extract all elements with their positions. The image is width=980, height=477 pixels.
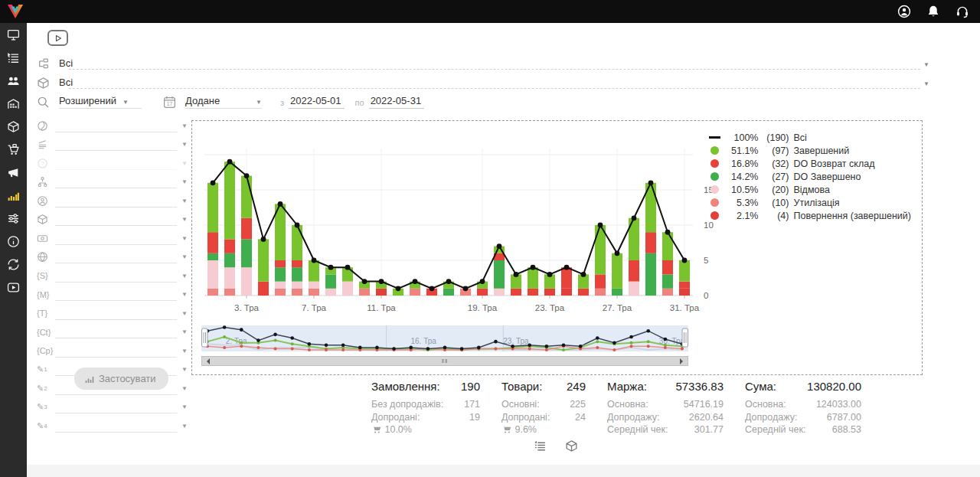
filter-caret-icon[interactable]: ▼ <box>181 310 188 317</box>
filter-input-underline[interactable] <box>55 307 177 320</box>
globe-icon <box>37 251 55 263</box>
sitemap-icon <box>37 176 55 188</box>
filter-input-underline[interactable] <box>55 213 177 226</box>
date-field-select[interactable]: Додане ▼ <box>185 95 262 109</box>
date-from-input[interactable]: 2022-05-01 <box>289 95 345 109</box>
search-mode-value: Розширений <box>59 95 116 108</box>
filter-caret-icon[interactable]: ▼ <box>181 198 188 204</box>
stat-sub-row: Середній чек:688.53 <box>745 423 861 436</box>
filter-caret-icon[interactable]: ▼ <box>181 328 188 335</box>
app-logo[interactable] <box>6 2 24 21</box>
product-caret-icon[interactable]: ▼ <box>923 80 929 87</box>
user-account-icon[interactable] <box>897 5 911 18</box>
sidebar-item-video-tutorials[interactable] <box>0 276 27 299</box>
filter-caret-icon[interactable]: ▼ <box>181 273 188 279</box>
sidebar-item-partners-handshake[interactable] <box>0 253 27 276</box>
filter-caret-icon[interactable]: ▼ <box>181 423 188 430</box>
svg-text:?: ? <box>41 160 44 167</box>
filter-input-underline[interactable] <box>55 250 177 263</box>
filter-caret-icon[interactable]: ▼ <box>181 123 188 129</box>
filter-input-underline[interactable] <box>55 400 177 413</box>
sidebar-item-info[interactable] <box>0 230 27 253</box>
svg-text:19. Тра: 19. Тра <box>468 303 498 312</box>
filter-caret-icon[interactable]: ▼ <box>181 403 188 410</box>
legend-item[interactable]: 10.5%(20)Відмова <box>708 183 911 196</box>
filter-input-underline[interactable] <box>55 345 177 358</box>
sidebar-item-clients-users[interactable] <box>0 69 27 92</box>
filter-caret-icon[interactable]: ▼ <box>181 216 188 223</box>
sidebar-item-analytics-chart[interactable] <box>0 184 27 207</box>
legend-item[interactable]: 2.1%(4)Повернення (завершений) <box>708 209 911 222</box>
sidebar-item-procurement-cart[interactable] <box>0 138 27 161</box>
filter-input-underline[interactable] <box>55 119 177 132</box>
filter-input-underline[interactable] <box>55 270 177 283</box>
stat-card-title: Товари:249 <box>501 380 586 393</box>
legend-dot-marker <box>708 211 720 220</box>
stat-card-title: Маржа:57336.83 <box>607 380 724 393</box>
category-filter-underline[interactable] <box>69 69 920 70</box>
filter-row-brace-m: {M}▼ <box>37 286 188 305</box>
footer-strip <box>27 465 980 477</box>
chart-panel: 3. Тра7. Тра11. Тра19. Тра23. Тра27. Тра… <box>191 120 923 375</box>
filter-caret-icon[interactable]: ▼ <box>181 291 188 298</box>
filter-input-underline[interactable] <box>55 288 177 301</box>
legend-item[interactable]: 51.1%(97)Завершений <box>708 144 911 157</box>
notifications-bell-icon[interactable] <box>926 5 940 18</box>
legend-item[interactable]: 14.2%(27)DO Завершено <box>708 170 911 183</box>
scroll-left-icon[interactable] <box>204 358 210 364</box>
product-cube-icon <box>37 214 55 225</box>
filter-caret-icon[interactable]: ▼ <box>181 366 188 373</box>
sidebar-item-settings-sliders[interactable] <box>0 207 27 230</box>
filter-row-pencil-3: ✎3▼ <box>37 398 188 417</box>
filter-caret-icon[interactable]: ▼ <box>181 141 188 148</box>
orders-stacked-chart[interactable]: 3. Тра7. Тра11. Тра19. Тра23. Тра27. Тра… <box>201 126 737 322</box>
legend-dot-marker <box>708 146 720 155</box>
apply-button-label: Застосувати <box>99 373 156 384</box>
sidebar-item-products-cube[interactable] <box>0 115 27 138</box>
filter-input-underline[interactable] <box>55 138 177 151</box>
support-headset-icon[interactable] <box>956 5 969 18</box>
stat-sub-row: Допродажу:6787.00 <box>745 411 861 424</box>
legend-item[interactable]: 16.8%(32)DO Возврат склад <box>708 157 911 170</box>
navigator-scrollbar[interactable]: ‖‖ <box>201 356 688 366</box>
filter-input-underline[interactable] <box>55 157 177 170</box>
legend-count: (32) <box>763 158 789 169</box>
sidebar-item-marketing-megaphone[interactable] <box>0 161 27 184</box>
filter-caret-icon[interactable]: ▼ <box>181 348 188 354</box>
legend-item[interactable]: 5.3%(10)Утилізація <box>708 196 911 209</box>
sidebar-item-warehouse[interactable] <box>0 92 27 115</box>
filter-caret-icon[interactable]: ▼ <box>181 160 188 167</box>
chart-navigator[interactable]: 2. Тра16. Тра23. Тра30. Тра <box>201 325 688 356</box>
scroll-grip[interactable]: ‖‖ <box>442 358 449 364</box>
sidebar-item-orders-list[interactable] <box>0 46 27 69</box>
pencil-4-icon: ✎4 <box>37 421 55 431</box>
products-view-cube-icon[interactable] <box>565 439 578 452</box>
user-circle-icon <box>37 195 55 207</box>
legend-label: Повернення (завершений) <box>793 211 911 221</box>
search-mode-select[interactable]: Розширений ▼ <box>59 95 142 109</box>
filter-input-underline[interactable] <box>55 325 177 338</box>
tutorial-play-button[interactable] <box>47 30 68 46</box>
filter-caret-icon[interactable]: ▼ <box>181 178 188 185</box>
scroll-right-icon[interactable] <box>680 358 686 364</box>
product-filter-underline[interactable] <box>69 88 920 89</box>
orders-view-list-icon[interactable] <box>534 439 547 452</box>
date-to-label: по <box>355 98 364 107</box>
filter-caret-icon[interactable]: ▼ <box>181 385 188 392</box>
filter-caret-icon[interactable]: ▼ <box>181 253 188 260</box>
filter-input-underline[interactable] <box>55 232 177 245</box>
date-to-input[interactable]: 2022-05-31 <box>369 95 425 109</box>
brace-cp-icon: {Cp} <box>37 346 55 355</box>
sidebar-item-dashboard-monitor[interactable] <box>0 23 27 46</box>
status-lines-icon <box>37 139 55 150</box>
view-toggles <box>534 439 578 452</box>
legend-item[interactable]: 100%(190)Всі <box>708 131 911 144</box>
filter-input-underline[interactable] <box>55 420 177 433</box>
apply-button[interactable]: Застосувати <box>74 368 168 390</box>
filter-input-underline[interactable] <box>55 175 177 188</box>
category-caret-icon[interactable]: ▼ <box>923 61 929 68</box>
filter-caret-icon[interactable]: ▼ <box>181 235 188 242</box>
filter-input-underline[interactable] <box>55 194 177 207</box>
legend-percent: 5.3% <box>724 198 758 208</box>
brace-t-icon: {T} <box>37 309 55 318</box>
